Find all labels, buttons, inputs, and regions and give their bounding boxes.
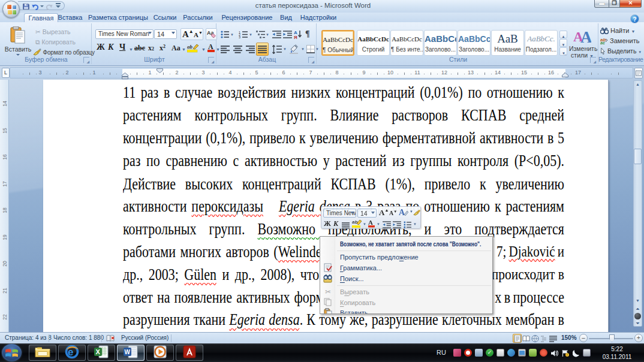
- svg-text:A: A: [580, 28, 591, 43]
- svg-text:ac: ac: [600, 41, 605, 44]
- svg-text:A: A: [368, 219, 373, 226]
- svg-text:A: A: [399, 208, 405, 217]
- svg-text:Я: Я: [294, 35, 297, 39]
- svg-text:X: X: [96, 348, 101, 355]
- svg-text:A: A: [208, 43, 213, 51]
- svg-text:ab: ab: [352, 219, 357, 225]
- svg-text:!: !: [567, 353, 568, 357]
- svg-text:W: W: [125, 348, 131, 355]
- svg-text:3: 3: [239, 35, 240, 38]
- svg-text:ab: ab: [187, 44, 193, 50]
